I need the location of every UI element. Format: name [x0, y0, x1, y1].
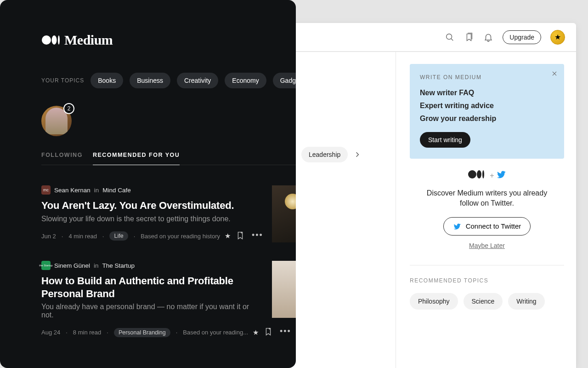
bookmarks-icon[interactable]: [464, 32, 474, 42]
topic-chip-business[interactable]: Business: [130, 73, 170, 88]
write-on-medium-card: WRITE ON MEDIUM New writer FAQ Expert wr…: [410, 64, 564, 159]
promo-link-advice[interactable]: Expert writing advice: [420, 102, 554, 110]
start-writing-button[interactable]: Start writing: [420, 132, 470, 148]
topic-chip-science[interactable]: Science: [464, 293, 503, 310]
more-icon[interactable]: •••: [252, 230, 263, 242]
article-title: How to Build an Authentic and Profitable…: [41, 275, 255, 300]
twitter-desc: Discover Medium writers you already foll…: [410, 188, 564, 209]
twitter-connect-card: + Discover Medium writers you already fo…: [410, 169, 564, 249]
publication-name: Mind Cafe: [102, 187, 131, 194]
plus-icon: +: [490, 172, 494, 180]
medium-logo-icon: [468, 169, 488, 183]
followed-user-avatar[interactable]: 2: [41, 106, 72, 136]
article-card[interactable]: the Startup Sinem Günel in The Startup H…: [41, 261, 296, 338]
notification-badge: 2: [63, 103, 74, 114]
topic-chip-creativity[interactable]: Creativity: [177, 73, 218, 88]
article-readtime: 4 min read: [68, 233, 96, 240]
author-name: Sean Kernan: [54, 187, 90, 194]
topic-chip-philosophy[interactable]: Philosophy: [410, 293, 458, 310]
notifications-icon[interactable]: [483, 32, 493, 42]
publication-badge-icon: the Startup: [41, 261, 51, 270]
topic-chip-writing[interactable]: Writing: [508, 293, 544, 310]
svg-point-5: [42, 35, 51, 45]
member-only-star-icon: ★: [225, 232, 231, 240]
article-thumbnail: [272, 261, 296, 318]
article-subtitle: Slowing your life down is the secret to …: [41, 215, 255, 223]
promo-link-readership[interactable]: Grow your readership: [420, 115, 554, 123]
connect-twitter-button[interactable]: Connect to Twitter: [443, 217, 531, 236]
member-only-star-icon: ★: [253, 328, 259, 337]
article-reason: Based on your reading history: [141, 233, 220, 240]
article-tag[interactable]: Personal Branding: [114, 328, 170, 337]
topic-chip-leadership[interactable]: Leadership: [301, 147, 348, 162]
article-date: Jun 2: [41, 233, 56, 240]
bookmark-add-icon[interactable]: [235, 230, 245, 242]
topic-chip-books[interactable]: Books: [90, 73, 123, 88]
sidebar-column: WRITE ON MEDIUM New writer FAQ Expert wr…: [396, 52, 576, 368]
article-readtime: 8 min read: [73, 329, 101, 336]
article-thumbnail: [272, 185, 296, 242]
topic-chip-gadgets[interactable]: Gadgets: [273, 73, 296, 88]
tab-following[interactable]: FOLLOWING: [41, 152, 83, 158]
article-date: Aug 24: [41, 329, 60, 336]
svg-point-3: [477, 170, 481, 178]
svg-point-6: [52, 35, 57, 45]
search-icon[interactable]: [445, 32, 455, 42]
medium-logo[interactable]: Medium: [41, 32, 296, 48]
tab-recommended[interactable]: RECOMMENDED FOR YOU: [93, 152, 180, 158]
article-reason: Based on your reading...: [183, 329, 248, 336]
svg-point-2: [468, 170, 476, 178]
topic-chip-economy[interactable]: Economy: [225, 73, 266, 88]
svg-point-7: [58, 35, 60, 45]
article-subtitle: You already have a personal brand — no m…: [41, 303, 255, 319]
promo-heading: WRITE ON MEDIUM: [420, 74, 554, 80]
twitter-icon: [496, 169, 506, 182]
publication-badge-icon: mc: [41, 185, 51, 195]
article-tag[interactable]: Life: [109, 231, 128, 241]
byline-in: in: [94, 262, 99, 269]
svg-point-4: [482, 170, 484, 178]
svg-line-1: [451, 39, 453, 40]
article-title: You Aren't Lazy. You Are Overstimulated.: [41, 199, 255, 212]
more-icon[interactable]: •••: [280, 327, 291, 338]
brand-name: Medium: [64, 32, 113, 48]
close-icon[interactable]: [551, 70, 558, 79]
byline-in: in: [94, 187, 99, 194]
bookmark-add-icon[interactable]: [263, 327, 273, 338]
promo-link-faq[interactable]: New writer FAQ: [420, 89, 554, 97]
svg-point-0: [447, 34, 452, 39]
upgrade-button[interactable]: Upgrade: [503, 30, 541, 44]
recommended-topics-heading: RECOMMENDED TOPICS: [410, 277, 564, 284]
publication-name: The Startup: [102, 262, 135, 269]
chevron-right-icon[interactable]: [354, 150, 361, 160]
your-topics-label: YOUR TOPICS: [41, 77, 84, 84]
article-card[interactable]: mc Sean Kernan in Mind Cafe You Aren't L…: [41, 185, 296, 242]
author-name: Sinem Günel: [54, 262, 90, 269]
maybe-later-link[interactable]: Maybe Later: [410, 242, 564, 249]
profile-avatar[interactable]: ★: [550, 30, 565, 45]
dark-theme-preview: Medium YOUR TOPICS Books Business Creati…: [0, 0, 296, 368]
